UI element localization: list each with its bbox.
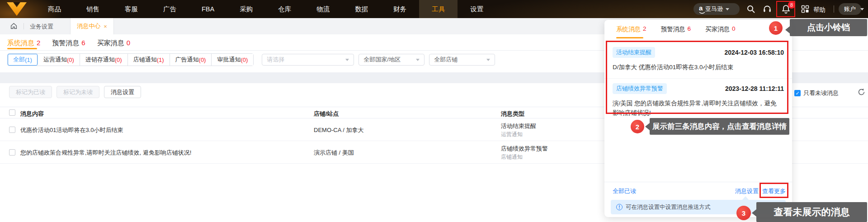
cell-shop-site: DEMO-CA / 加拿大 <box>314 126 364 134</box>
search-icon[interactable] <box>746 5 755 14</box>
filter-segment[interactable]: 进销存通知(0) <box>80 54 128 66</box>
refresh-icon[interactable] <box>858 88 865 96</box>
headset-icon[interactable] <box>763 5 772 14</box>
panel-tab[interactable]: 买家消息0 <box>705 25 736 33</box>
amazon-logo-icon: a <box>699 6 703 10</box>
top-menu-item[interactable]: 商品 <box>35 0 74 18</box>
apps-grid-icon[interactable] <box>801 5 810 14</box>
filter-segment[interactable]: 审批通知(0) <box>212 54 253 66</box>
filter-segment[interactable]: 广告通知(0) <box>170 54 212 66</box>
top-menu-item[interactable]: 设置 <box>458 0 496 18</box>
top-menu-item[interactable]: 工具 <box>419 0 458 18</box>
unread-only-control: ✓ 只看未读消息 <box>794 89 839 97</box>
cell-message-type: 店铺绩效异常预警 店铺通知 <box>501 145 548 161</box>
message-category-tab[interactable]: 系统消息2 <box>7 39 40 47</box>
step-3-circle: 3 <box>736 206 751 220</box>
panel-active-tab-underline <box>616 37 643 38</box>
mark-all-read-link[interactable]: 全部已读 <box>613 187 636 195</box>
message-category-tab[interactable]: 买家消息0 <box>97 39 130 47</box>
cell-shop-site: 演示店铺 / 美国 <box>314 149 354 157</box>
country-select[interactable]: 全部国家/地区 <box>359 54 425 66</box>
account-button[interactable]: 账户 <box>839 3 861 15</box>
top-menu-item[interactable]: 广告 <box>151 0 189 18</box>
chevron-down-icon <box>726 8 729 10</box>
message-settings-button[interactable]: 消息设置 <box>104 86 141 98</box>
home-icon[interactable] <box>10 22 18 30</box>
panel-tab[interactable]: 预警消息6 <box>661 25 691 33</box>
cell-message-type: 活动结束提醒 运营通知 <box>501 122 536 138</box>
top-menu: 商品销售客服广告FBA采购仓库物流数据财务工具设置 <box>35 0 496 18</box>
active-tab-underline <box>7 48 37 49</box>
mark-unread-button[interactable]: 标记为未读 <box>57 86 99 98</box>
chevron-down-icon <box>416 59 420 61</box>
message-content: 演/美国 您的店铺政策合规性异常,请即时关注店铺绩效，避免影响店铺状况! <box>613 99 781 118</box>
top-menu-item[interactable]: 财务 <box>381 0 419 18</box>
chevron-down-icon <box>345 59 349 61</box>
info-tip-text: 可在消息设置中设置消息推送方式 <box>626 203 711 211</box>
mark-read-button[interactable]: 标记为已读 <box>9 86 52 98</box>
top-menu-item[interactable]: 销售 <box>74 0 112 18</box>
filter-segment[interactable]: 运营通知(0) <box>38 54 80 66</box>
panel-message-item[interactable]: 店铺绩效异常预警 2023-12-28 11:12:11 演/美国 您的店铺政策… <box>604 79 792 124</box>
panel-message-list: 活动结束提醒 2024-12-03 16:58:10 D/加拿大 优惠价活动01… <box>604 43 792 124</box>
message-content: D/加拿大 优惠价活动01即将在3.0小时后结束 <box>613 63 781 72</box>
unread-count-badge: 8 <box>788 1 795 9</box>
panel-message-settings-link[interactable]: 消息设置 <box>735 187 759 195</box>
top-menu-item[interactable]: FBA <box>189 0 227 18</box>
nav-divider <box>834 5 834 13</box>
panel-tabs: 系统消息2 预警消息6 买家消息0 <box>616 25 736 33</box>
marketplace-switcher[interactable]: a 亚马逊 <box>693 3 740 15</box>
tab-label: 消息中心 <box>77 22 100 30</box>
account-chevron-icon[interactable] <box>860 8 864 10</box>
message-type-badge: 店铺绩效异常预警 <box>613 83 667 94</box>
shop-select[interactable]: 全部店铺 <box>429 54 495 66</box>
panel-footer: 全部已读 消息设置 查看更多 <box>604 186 792 196</box>
select-placeholder: 请选择 <box>267 56 345 64</box>
panel-footer-divider <box>604 182 792 182</box>
panel-tab[interactable]: 系统消息2 <box>616 25 646 33</box>
help-link[interactable]: 帮助 <box>813 6 826 14</box>
bell-annotation-box: 8 <box>776 1 795 17</box>
step-2-circle: 2 <box>631 120 644 133</box>
message-category-tab[interactable]: 预警消息6 <box>52 39 85 47</box>
col-header-content: 消息内容 <box>20 110 44 118</box>
type-name: 店铺绩效异常预警 <box>501 145 548 153</box>
top-nav-bar: 商品销售客服广告FBA采购仓库物流数据财务工具设置 a 亚马逊 <box>0 0 868 18</box>
step-2-pointer <box>645 123 650 130</box>
message-type-badge: 活动结束提醒 <box>613 47 655 58</box>
filter-segment[interactable]: 店铺通知(1) <box>128 54 170 66</box>
top-menu-item[interactable]: 数据 <box>342 0 381 18</box>
col-header-shop: 店铺/站点 <box>314 110 339 118</box>
select-all-checkbox[interactable] <box>9 109 15 116</box>
select-value: 全部店铺 <box>434 56 486 64</box>
filter-segment[interactable]: 全部(1) <box>8 54 38 66</box>
step-3-label: 查看未展示的消息 <box>756 202 867 222</box>
panel-message-item[interactable]: 活动结束提醒 2024-12-03 16:58:10 D/加拿大 优惠价活动01… <box>604 43 792 79</box>
message-timestamp: 2024-12-03 16:58:10 <box>724 49 784 56</box>
info-icon: ! <box>616 204 623 210</box>
row-checkbox[interactable] <box>9 149 15 156</box>
top-menu-item[interactable]: 采购 <box>227 0 265 18</box>
view-more-link[interactable]: 查看更多 <box>762 187 786 195</box>
message-category-tabs: 系统消息2 预警消息6 买家消息0 <box>7 39 130 47</box>
tab-divider <box>24 23 24 29</box>
breadcrumb-business-settings[interactable]: 业务设置 <box>30 23 53 31</box>
top-menu-item[interactable]: 仓库 <box>265 0 304 18</box>
row-checkbox[interactable] <box>9 127 15 133</box>
marketplace-label: 亚马逊 <box>705 5 723 13</box>
unread-only-checkbox[interactable]: ✓ <box>794 90 801 96</box>
account-label: 账户 <box>844 5 856 13</box>
close-tab-icon[interactable]: × <box>104 23 107 30</box>
step-1-circle: 1 <box>769 21 783 35</box>
cell-message-content: 优惠价活动01活动即将在3.0小时后结束 <box>20 126 123 134</box>
notice-type-filter-group: 全部(1) 运营通知(0) 进销存通知(0) 店铺通知(1) <box>7 53 254 66</box>
list-toolbar: 标记为已读 标记为未读 消息设置 <box>9 86 141 98</box>
step-1-label: 点击小铃铛 <box>790 19 867 36</box>
chevron-down-icon <box>486 59 490 61</box>
top-menu-item[interactable]: 物流 <box>304 0 342 18</box>
top-menu-item[interactable]: 客服 <box>112 0 151 18</box>
step-3-pointer <box>752 209 756 217</box>
message-type-select[interactable]: 请选择 <box>262 54 354 66</box>
tab-message-center[interactable]: 消息中心 × <box>70 18 114 34</box>
type-category: 运营通知 <box>501 130 536 138</box>
